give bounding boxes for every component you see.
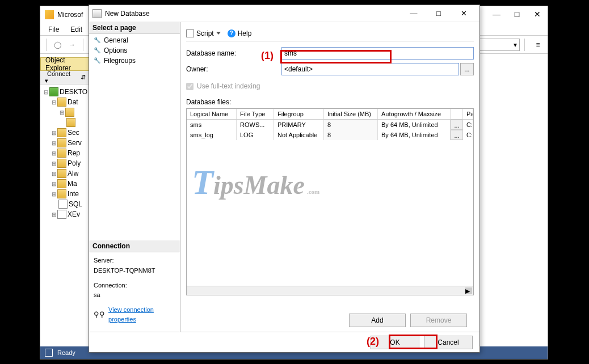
folder-icon — [65, 108, 74, 117]
database-icon — [66, 118, 75, 127]
tree-replication[interactable]: Rep — [68, 149, 80, 157]
fulltext-checkbox — [186, 83, 193, 90]
server-icon — [49, 87, 58, 96]
wrench-icon — [92, 36, 102, 45]
tree-polybase[interactable]: Poly — [68, 159, 81, 167]
minimize-button[interactable]: — — [486, 6, 507, 22]
close-button[interactable]: ✕ — [527, 6, 548, 22]
annotation-2: (2) — [367, 336, 379, 348]
maximize-button[interactable]: □ — [507, 6, 527, 22]
database-files-label: Database files: — [186, 98, 474, 106]
connect-dropdown[interactable]: Connect ▾ — [43, 69, 77, 86]
server-label: Server: — [94, 256, 175, 266]
folder-icon — [57, 159, 66, 168]
owner-label: Owner: — [186, 65, 281, 73]
autogrowth-edit-button[interactable]: ... — [451, 120, 463, 130]
tree-sqlagent[interactable]: SQL — [69, 200, 82, 208]
connection-value: sa — [94, 290, 175, 300]
dialog-title: New Database — [105, 10, 401, 18]
dialog-main-panel: Script ? Help Database name: Owner: ... … — [180, 22, 479, 332]
owner-input[interactable] — [281, 63, 459, 75]
help-button[interactable]: Help — [238, 29, 252, 37]
tree-alwayson[interactable]: Alw — [68, 170, 78, 177]
expander-icon[interactable]: ⊟ — [43, 89, 49, 95]
server-value: DESKTOP-TQPNM8T — [94, 266, 175, 276]
dialog-toolbar: Script ? Help — [186, 26, 474, 41]
fulltext-label: Use full-text indexing — [197, 82, 260, 90]
dialog-footer: OK Cancel — [89, 332, 479, 352]
sidebar-item-filegroups[interactable]: Filegroups — [89, 56, 180, 66]
folder-icon — [57, 169, 66, 178]
folder-icon — [57, 149, 66, 158]
owner-browse-button[interactable]: ... — [460, 63, 474, 75]
col-file-type[interactable]: File Type — [237, 109, 274, 119]
dialog-icon — [92, 9, 102, 18]
explorer-tb-btn[interactable]: ⇵ — [78, 73, 88, 82]
sidebar-item-general[interactable]: General — [89, 35, 180, 45]
chevron-down-icon[interactable] — [216, 32, 221, 35]
help-icon: ? — [228, 29, 235, 37]
sidebar-item-options[interactable]: Options — [89, 45, 180, 56]
col-path[interactable]: Pa — [463, 109, 473, 119]
tree-xevent[interactable]: XEv — [68, 210, 80, 218]
tree-databases[interactable]: Dat — [68, 98, 78, 106]
dialog-titlebar: New Database — □ ✕ — [89, 5, 479, 22]
nav-fwd-button[interactable]: → — [66, 39, 78, 51]
remove-button: Remove — [410, 314, 467, 327]
table-row[interactable]: sms_log LOG Not Applicable 8 By 64 MB, U… — [187, 130, 473, 140]
table-row[interactable]: sms ROWS... PRIMARY 8 By 64 MB, Unlimite… — [187, 120, 473, 130]
database-files-table: Logical Name File Type Filegroup Initial… — [186, 108, 474, 295]
tree-server[interactable]: DESKTO — [60, 88, 87, 96]
people-icon: ⚲⚲ — [94, 309, 105, 321]
tree-integration[interactable]: Inte — [68, 190, 79, 198]
tree-server-objects[interactable]: Serv — [68, 139, 82, 147]
tree-security[interactable]: Sec — [68, 129, 79, 137]
wrench-icon — [92, 56, 102, 66]
cancel-button[interactable]: Cancel — [424, 336, 473, 349]
folder-icon — [57, 138, 66, 147]
col-logical-name[interactable]: Logical Name — [187, 109, 237, 119]
folder-icon — [57, 189, 66, 198]
status-text: Ready — [57, 349, 75, 356]
wrench-icon — [92, 46, 102, 56]
folder-icon — [57, 98, 66, 107]
dialog-sidebar: Select a page General Options Filegroups… — [89, 22, 180, 332]
script-button[interactable]: Script — [196, 29, 214, 37]
connection-label: Connection: — [94, 281, 175, 291]
scroll-thumb[interactable]: ▶ — [465, 287, 472, 294]
nav-back-button[interactable]: ◯ — [51, 39, 64, 51]
view-connection-properties-link[interactable]: View connection properties — [108, 305, 175, 325]
annotation-1: (1) — [261, 50, 274, 62]
table-header-row: Logical Name File Type Filegroup Initial… — [187, 109, 473, 120]
app-logo-icon — [45, 10, 54, 19]
object-explorer-toolbar: Connect ▾ ⇵ — [40, 71, 90, 84]
dialog-maximize-button[interactable]: □ — [426, 6, 451, 22]
new-database-dialog: New Database — □ ✕ Select a page General… — [89, 5, 480, 353]
folder-icon — [57, 179, 66, 188]
select-page-header: Select a page — [89, 22, 180, 34]
autogrowth-edit-button[interactable]: ... — [451, 130, 463, 140]
tree-management[interactable]: Ma — [68, 180, 77, 188]
database-name-input[interactable] — [281, 47, 474, 60]
folder-icon — [57, 128, 66, 137]
add-button[interactable]: Add — [349, 314, 406, 327]
menu-file[interactable]: File — [44, 24, 64, 35]
col-initial-size[interactable]: Initial Size (MB) — [324, 109, 378, 119]
toggle-sidebar-icon[interactable]: ≡ — [532, 39, 544, 51]
dialog-minimize-button[interactable]: — — [401, 6, 426, 22]
col-filegroup[interactable]: Filegroup — [274, 109, 324, 119]
connection-header: Connection — [89, 240, 180, 252]
status-icon — [45, 349, 53, 357]
xevent-icon — [57, 210, 66, 219]
col-autogrowth[interactable]: Autogrowth / Maxsize — [378, 109, 451, 119]
sql-agent-icon — [58, 200, 68, 209]
script-icon — [186, 29, 194, 37]
horizontal-scrollbar[interactable]: ▶ — [187, 286, 473, 295]
dialog-close-button[interactable]: ✕ — [451, 6, 476, 22]
menu-edit[interactable]: Edit — [66, 24, 87, 35]
